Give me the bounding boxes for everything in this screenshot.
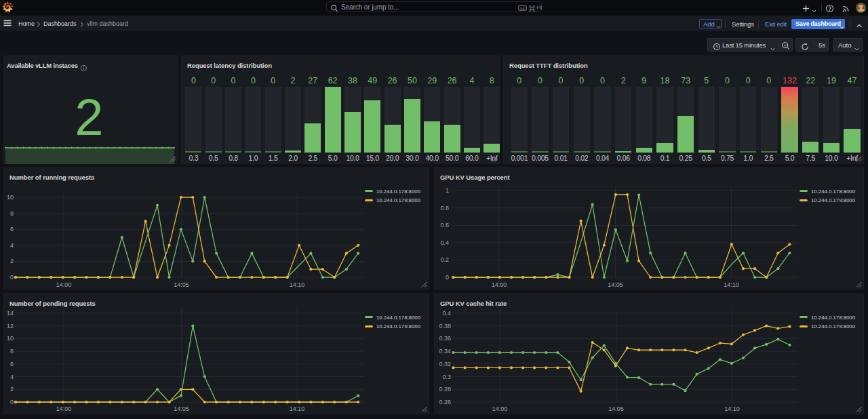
svg-text:6: 6 bbox=[10, 226, 14, 233]
svg-text:10: 10 bbox=[7, 335, 14, 342]
svg-text:4: 4 bbox=[10, 374, 14, 380]
svg-text:0.36: 0.36 bbox=[439, 335, 451, 342]
svg-text:0.34: 0.34 bbox=[439, 348, 451, 355]
svg-text:0: 0 bbox=[10, 399, 14, 405]
svg-text:14:00: 14:00 bbox=[492, 405, 508, 412]
svg-text:0.38: 0.38 bbox=[439, 323, 451, 330]
svg-text:0.8: 0.8 bbox=[440, 205, 449, 212]
svg-text:14:10: 14:10 bbox=[290, 281, 305, 288]
svg-text:4: 4 bbox=[10, 242, 14, 249]
svg-text:0: 0 bbox=[446, 274, 449, 281]
svg-text:0.6: 0.6 bbox=[440, 222, 449, 228]
svg-text:14:05: 14:05 bbox=[174, 405, 189, 412]
svg-text:0.3: 0.3 bbox=[442, 374, 451, 380]
svg-text:2: 2 bbox=[10, 258, 14, 264]
svg-text:0.32: 0.32 bbox=[439, 361, 451, 367]
svg-text:0.4: 0.4 bbox=[440, 239, 449, 246]
svg-text:8: 8 bbox=[10, 348, 14, 355]
svg-text:14:00: 14:00 bbox=[492, 281, 507, 288]
svg-text:0.2: 0.2 bbox=[440, 256, 449, 263]
svg-text:0.4: 0.4 bbox=[442, 310, 451, 317]
svg-text:0.26: 0.26 bbox=[439, 399, 451, 405]
svg-text:14:05: 14:05 bbox=[608, 281, 623, 288]
svg-text:10: 10 bbox=[7, 194, 14, 201]
svg-text:6: 6 bbox=[10, 361, 14, 367]
svg-text:14:05: 14:05 bbox=[174, 281, 189, 288]
svg-text:14:10: 14:10 bbox=[724, 281, 739, 288]
svg-text:0: 0 bbox=[10, 274, 14, 281]
svg-text:14:00: 14:00 bbox=[56, 405, 72, 412]
svg-text:14:10: 14:10 bbox=[290, 405, 305, 412]
svg-text:1: 1 bbox=[446, 187, 449, 194]
svg-text:14:05: 14:05 bbox=[608, 405, 624, 412]
svg-text:2: 2 bbox=[10, 386, 14, 393]
svg-text:14: 14 bbox=[7, 310, 14, 317]
svg-text:14:00: 14:00 bbox=[56, 281, 72, 288]
svg-text:12: 12 bbox=[7, 323, 14, 330]
svg-text:0.28: 0.28 bbox=[439, 386, 451, 393]
svg-text:14:10: 14:10 bbox=[724, 405, 740, 412]
svg-text:8: 8 bbox=[10, 210, 14, 217]
